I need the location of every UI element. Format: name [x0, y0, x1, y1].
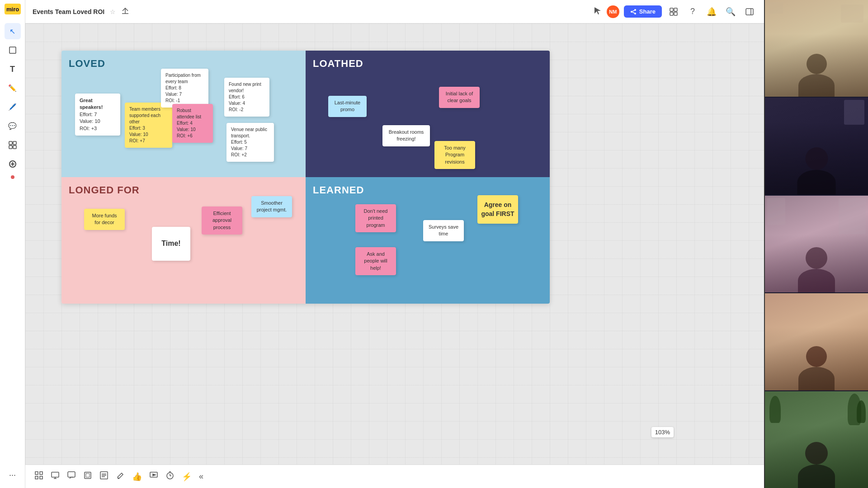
- video-tile-5: [765, 391, 868, 488]
- favorite-star[interactable]: ☆: [110, 8, 116, 15]
- share-button[interactable]: Share: [624, 5, 662, 18]
- svg-rect-24: [40, 472, 42, 474]
- topbar-right: NM Share ? 🔔 🔍: [593, 5, 757, 19]
- sticky-initial-lack[interactable]: Initial lack of clear goals: [439, 87, 480, 108]
- video-tile-4: [765, 293, 868, 391]
- sticky-too-many-revisions[interactable]: Too many Program revisions: [434, 141, 475, 169]
- sticky-ask-people[interactable]: Ask and people will help!: [355, 247, 396, 275]
- collapse-bottom-tool[interactable]: «: [199, 472, 203, 481]
- notifications-icon[interactable]: 🔔: [704, 5, 719, 19]
- shapes-tool[interactable]: [5, 137, 21, 153]
- react-bottom-tool[interactable]: 👍: [132, 472, 142, 482]
- board: LOVED Great speakers!Effort: 7Value: 10R…: [61, 51, 550, 304]
- sticky-participation[interactable]: Participation from every teamEffort: 8Va…: [161, 69, 208, 108]
- pen-tool[interactable]: ✏️: [5, 80, 21, 96]
- svg-rect-2: [9, 47, 16, 53]
- sticky-robust-attendee[interactable]: Robust attendee listEffort: 4Value: 10RO…: [172, 104, 213, 143]
- sticky-no-printed[interactable]: Don't need printed program: [355, 204, 396, 232]
- sticky-venue[interactable]: Venue near public transport.Effort: 5Val…: [226, 123, 274, 162]
- sticky-breakout-rooms[interactable]: Breakout rooms freezing!: [382, 125, 430, 146]
- share-icon[interactable]: [121, 7, 129, 17]
- sticky-print-vendor[interactable]: Found new print vendor!Effort: 6Value: 4…: [224, 78, 269, 117]
- svg-rect-6: [13, 145, 16, 149]
- svg-rect-4: [13, 141, 16, 145]
- topbar: Events Team Loved ROI ☆ NM Share: [25, 0, 764, 23]
- left-sidebar: miro ↖ T ✏️ 🖊️ 💬 ···: [0, 0, 25, 488]
- svg-rect-19: [670, 12, 673, 15]
- screen-bottom-tool[interactable]: [51, 471, 60, 482]
- svg-rect-27: [52, 472, 59, 477]
- sticky-agree-goal[interactable]: Agree on goal FIRST: [477, 195, 518, 224]
- user-avatar: NM: [607, 5, 619, 18]
- board-title: Events Team Loved ROI: [33, 8, 104, 15]
- cursor-follow-icon[interactable]: [593, 6, 602, 17]
- learned-label: LEARNED: [313, 184, 542, 196]
- zoom-indicator: 103%: [651, 427, 674, 437]
- sticky-time[interactable]: Time!: [152, 227, 190, 261]
- video-tile-2: [765, 98, 868, 195]
- sticky-great-speakers[interactable]: Great speakers!Effort: 7Value: 10ROI: +3: [75, 94, 120, 136]
- svg-rect-17: [670, 8, 673, 11]
- video-tile-3: [765, 196, 868, 293]
- longed-quadrant: LONGED FOR More funds for decor Time! Ef…: [61, 177, 306, 304]
- edit-bottom-tool[interactable]: [116, 471, 125, 482]
- frame-bottom-tool[interactable]: [83, 471, 92, 482]
- text-tool[interactable]: T: [5, 61, 21, 77]
- svg-line-16: [632, 12, 635, 13]
- svg-rect-3: [9, 141, 12, 145]
- grid-bottom-tool[interactable]: [34, 471, 43, 482]
- svg-rect-31: [85, 472, 91, 479]
- svg-point-13: [631, 11, 632, 13]
- svg-rect-18: [674, 8, 677, 11]
- loved-label: LOVED: [69, 58, 298, 70]
- canvas-area[interactable]: LOVED Great speakers!Effort: 7Value: 10R…: [25, 23, 764, 465]
- search-icon[interactable]: 🔍: [723, 5, 738, 19]
- svg-rect-21: [746, 9, 753, 15]
- sticky-surveys[interactable]: Surveys save time: [423, 220, 464, 241]
- video-panel: [764, 0, 868, 488]
- svg-text:miro: miro: [6, 6, 19, 13]
- loved-quadrant: LOVED Great speakers!Effort: 7Value: 10R…: [61, 51, 306, 177]
- sticky-team-members[interactable]: Team members supported each otherEffort:…: [125, 103, 172, 148]
- miro-logo[interactable]: miro: [5, 4, 21, 16]
- list-bottom-tool[interactable]: [99, 471, 108, 482]
- comment-tool[interactable]: 💬: [5, 118, 21, 134]
- sticky-efficient-approval[interactable]: Efficient approval process: [202, 206, 242, 235]
- video-tile-1: [765, 0, 868, 98]
- more-tool[interactable]: ···: [5, 467, 21, 483]
- dashboard-icon[interactable]: [666, 5, 681, 19]
- sidebar-toggle-icon[interactable]: [742, 5, 757, 19]
- chat-bottom-tool[interactable]: [67, 471, 76, 482]
- sticky-last-minute[interactable]: Last-minute promo: [328, 96, 367, 117]
- loathed-quadrant: LOATHED Last-minute promo Breakout rooms…: [306, 51, 550, 177]
- longed-label: LONGED FOR: [69, 184, 298, 196]
- svg-rect-25: [35, 476, 38, 479]
- svg-rect-23: [35, 472, 38, 474]
- svg-rect-30: [68, 472, 75, 477]
- main-content: Events Team Loved ROI ☆ NM Share: [25, 0, 764, 488]
- help-icon[interactable]: ?: [685, 5, 700, 19]
- bottom-toolbar: 👍 ⚡ «: [25, 465, 764, 488]
- sticky-more-funds[interactable]: More funds for decor: [84, 209, 125, 230]
- svg-rect-32: [86, 474, 90, 477]
- frame-tool[interactable]: [5, 42, 21, 58]
- add-tool[interactable]: [5, 156, 21, 172]
- timer-bottom-tool[interactable]: [165, 471, 175, 482]
- sticky-smoother-project[interactable]: Smoother project mgmt.: [251, 196, 292, 217]
- svg-rect-26: [40, 476, 42, 479]
- svg-rect-5: [9, 145, 12, 149]
- highlighter-tool[interactable]: 🖊️: [5, 99, 21, 115]
- svg-line-15: [632, 10, 635, 11]
- loathed-label: LOATHED: [313, 58, 542, 70]
- notification-dot: [11, 175, 14, 179]
- learned-quadrant: LEARNED Don't need printed program Ask a…: [306, 177, 550, 304]
- present-bottom-tool[interactable]: [149, 471, 158, 482]
- cursor-tool[interactable]: ↖: [5, 23, 21, 39]
- svg-rect-20: [674, 12, 677, 15]
- lightning-bottom-tool[interactable]: ⚡: [182, 472, 192, 482]
